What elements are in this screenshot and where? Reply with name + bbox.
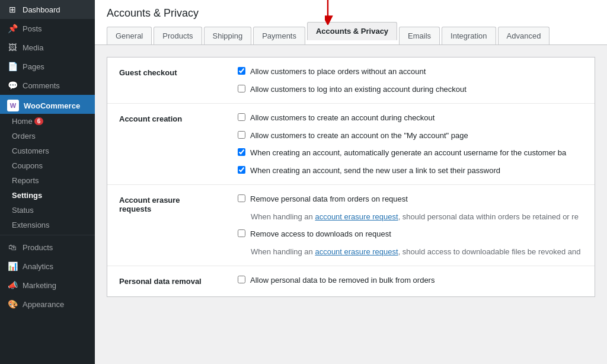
label-account-create-1: Allow customers to create an account dur…	[250, 112, 435, 124]
section-fields-guest-checkout: Allow customers to place orders without …	[226, 58, 595, 103]
checkbox-erasure-1[interactable]	[238, 194, 245, 202]
settings-table: Guest checkout Allow customers to place …	[107, 57, 595, 297]
settings-tabs: General Products Shipping Payments Accou…	[107, 27, 595, 44]
marketing-icon: 📣	[7, 280, 18, 290]
section-fields-account-erasure: Remove personal data from orders on requ…	[226, 185, 595, 266]
appearance-icon: 🎨	[7, 299, 18, 309]
description-erasure-1: When handling an account erasure request…	[238, 211, 583, 223]
sidebar-item-coupons[interactable]: Coupons	[0, 158, 95, 173]
tab-advanced[interactable]: Advanced	[498, 27, 550, 44]
sidebar-item-reports[interactable]: Reports	[0, 173, 95, 188]
sidebar-item-appearance[interactable]: 🎨 Appearance	[0, 295, 95, 314]
comments-icon: 💬	[7, 80, 18, 91]
woo-icon: W	[7, 100, 19, 111]
section-label-guest-checkout: Guest checkout	[107, 58, 226, 103]
page-title: Accounts & Privacy	[107, 7, 595, 20]
link-erasure-request-1[interactable]: account erasure request	[315, 212, 398, 221]
sidebar-item-posts[interactable]: 📌 Posts	[0, 19, 95, 38]
field-row-erasure-2: Remove access to downloads on request	[238, 228, 583, 240]
sidebar-item-home[interactable]: Home 6	[0, 114, 95, 129]
section-personal-data: Personal data removal Allow personal dat…	[107, 266, 595, 296]
label-personal-1: Allow personal data to be removed in bul…	[250, 274, 435, 286]
label-guest-checkout-1: Allow customers to place orders without …	[250, 66, 426, 78]
posts-icon: 📌	[7, 23, 18, 34]
sidebar-item-orders[interactable]: Orders	[0, 129, 95, 143]
tab-emails[interactable]: Emails	[399, 27, 440, 44]
label-guest-checkout-2: Allow customers to log into an existing …	[250, 84, 467, 95]
home-badge: 6	[34, 117, 44, 125]
dashboard-icon: ⊞	[7, 4, 18, 15]
section-label-personal-data: Personal data removal	[107, 266, 226, 296]
page-title-bar: Accounts & Privacy General Products Ship…	[95, 0, 607, 45]
sidebar-woocommerce-header[interactable]: W WooCommerce	[0, 95, 95, 114]
sidebar-item-dashboard[interactable]: ⊞ Dashboard	[0, 0, 95, 19]
sidebar-item-analytics[interactable]: 📊 Analytics	[0, 257, 95, 276]
media-icon: 🖼	[7, 42, 18, 53]
description-erasure-2: When handling an account erasure request…	[238, 246, 583, 258]
sidebar-item-settings[interactable]: Settings	[0, 188, 95, 203]
sidebar-item-comments[interactable]: 💬 Comments	[0, 76, 95, 95]
label-erasure-2: Remove access to downloads on request	[250, 228, 391, 240]
label-account-create-3: When creating an account, automatically …	[250, 147, 566, 159]
tab-products[interactable]: Products	[154, 27, 202, 44]
label-account-create-2: Allow customers to create an account on …	[250, 130, 468, 142]
label-erasure-1: Remove personal data from orders on requ…	[250, 193, 408, 205]
field-row-account-create-1: Allow customers to create an account dur…	[238, 112, 583, 124]
field-row-guest-checkout-2: Allow customers to log into an existing …	[238, 84, 583, 95]
sidebar-item-pages[interactable]: 📄 Pages	[0, 57, 95, 76]
field-row-account-create-4: When creating an account, send the new u…	[238, 165, 583, 177]
checkbox-personal-1[interactable]	[238, 276, 245, 283]
checkbox-account-create-2[interactable]	[238, 131, 245, 139]
sidebar-item-products[interactable]: 🛍 Products	[0, 238, 95, 257]
link-erasure-request-2[interactable]: account erasure request	[315, 247, 398, 256]
tab-accounts-privacy-container: Accounts & Privacy	[307, 27, 399, 44]
section-label-account-creation: Account creation	[107, 104, 226, 184]
checkbox-guest-checkout-1[interactable]	[238, 67, 245, 75]
checkbox-erasure-2[interactable]	[238, 229, 245, 237]
checkbox-account-create-4[interactable]	[238, 166, 245, 174]
sidebar-item-customers[interactable]: Customers	[0, 143, 95, 158]
tab-payments[interactable]: Payments	[253, 27, 305, 44]
main-content: Accounts & Privacy General Products Ship…	[95, 0, 607, 364]
section-guest-checkout: Guest checkout Allow customers to place …	[107, 58, 595, 104]
sidebar: ⊞ Dashboard 📌 Posts 🖼 Media 📄 Pages 💬 Co…	[0, 0, 95, 364]
field-row-erasure-1: Remove personal data from orders on requ…	[238, 193, 583, 205]
section-account-erasure: Account erasure requests Remove personal…	[107, 185, 595, 266]
field-row-account-create-3: When creating an account, automatically …	[238, 147, 583, 159]
field-row-personal-1: Allow personal data to be removed in bul…	[238, 274, 583, 286]
checkbox-guest-checkout-2[interactable]	[238, 85, 245, 92]
tab-integration[interactable]: Integration	[442, 27, 496, 44]
sidebar-item-status[interactable]: Status	[0, 203, 95, 218]
label-account-create-4: When creating an account, send the new u…	[250, 165, 500, 177]
analytics-icon: 📊	[7, 261, 18, 272]
field-row-account-create-2: Allow customers to create an account on …	[238, 130, 583, 142]
tab-arrow-indicator	[325, 0, 349, 25]
checkbox-account-create-1[interactable]	[238, 113, 245, 121]
sidebar-item-media[interactable]: 🖼 Media	[0, 38, 95, 57]
tab-shipping[interactable]: Shipping	[204, 27, 252, 44]
tab-accounts-privacy[interactable]: Accounts & Privacy	[307, 22, 397, 40]
sidebar-item-extensions[interactable]: Extensions	[0, 218, 95, 232]
section-fields-personal-data: Allow personal data to be removed in bul…	[226, 266, 595, 296]
checkbox-account-create-3[interactable]	[238, 148, 245, 156]
section-fields-account-creation: Allow customers to create an account dur…	[226, 104, 595, 184]
section-label-account-erasure: Account erasure requests	[107, 185, 226, 266]
settings-content-area: Guest checkout Allow customers to place …	[95, 45, 607, 364]
tab-general[interactable]: General	[107, 27, 152, 44]
sidebar-item-marketing[interactable]: 📣 Marketing	[0, 276, 95, 295]
section-account-creation: Account creation Allow customers to crea…	[107, 104, 595, 185]
field-row-guest-checkout-1: Allow customers to place orders without …	[238, 66, 583, 78]
products-icon: 🛍	[7, 242, 18, 253]
sidebar-divider-1	[0, 235, 95, 235]
pages-icon: 📄	[7, 61, 18, 72]
